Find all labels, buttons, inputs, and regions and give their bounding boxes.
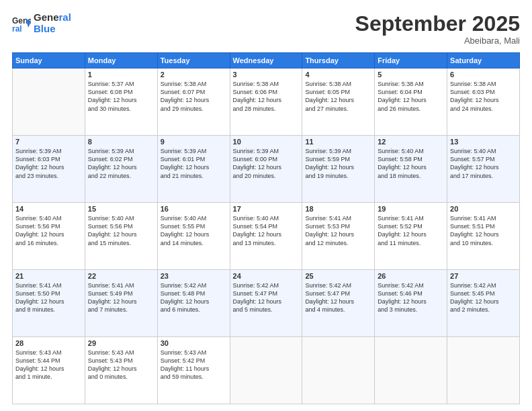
day-number: 10: [233, 138, 300, 146]
calendar-cell: 26Sunrise: 5:42 AM Sunset: 5:46 PM Dayli…: [375, 270, 447, 337]
day-info: Sunrise: 5:38 AM Sunset: 6:04 PM Dayligh…: [378, 80, 444, 113]
day-info: Sunrise: 5:40 AM Sunset: 5:57 PM Dayligh…: [450, 147, 517, 180]
day-info: Sunrise: 5:40 AM Sunset: 5:58 PM Dayligh…: [378, 147, 444, 180]
calendar-cell: 12Sunrise: 5:40 AM Sunset: 5:58 PM Dayli…: [375, 136, 447, 203]
day-number: 16: [161, 205, 227, 213]
day-info: Sunrise: 5:42 AM Sunset: 5:47 PM Dayligh…: [305, 281, 371, 314]
calendar-cell: [375, 337, 447, 404]
day-number: 7: [15, 138, 82, 146]
day-number: 23: [161, 272, 227, 280]
calendar-cell: 9Sunrise: 5:39 AM Sunset: 6:01 PM Daylig…: [157, 136, 230, 203]
day-number: 1: [88, 71, 154, 79]
day-info: Sunrise: 5:42 AM Sunset: 5:48 PM Dayligh…: [161, 281, 227, 314]
day-info: Sunrise: 5:43 AM Sunset: 5:43 PM Dayligh…: [88, 349, 154, 381]
day-info: Sunrise: 5:41 AM Sunset: 5:51 PM Dayligh…: [450, 214, 517, 247]
calendar-cell: 15Sunrise: 5:40 AM Sunset: 5:56 PM Dayli…: [85, 203, 157, 270]
calendar-cell: 28Sunrise: 5:43 AM Sunset: 5:44 PM Dayli…: [13, 337, 85, 404]
logo-text: General Blue: [34, 12, 71, 34]
calendar-table: SundayMondayTuesdayWednesdayThursdayFrid…: [12, 52, 520, 404]
calendar-cell: [302, 337, 375, 404]
day-number: 28: [15, 339, 82, 347]
day-info: Sunrise: 5:38 AM Sunset: 6:05 PM Dayligh…: [305, 80, 371, 113]
day-info: Sunrise: 5:38 AM Sunset: 6:07 PM Dayligh…: [161, 80, 227, 113]
day-info: Sunrise: 5:40 AM Sunset: 5:54 PM Dayligh…: [233, 214, 300, 247]
page: Gene ral General Blue September 2025 Abe…: [0, 0, 532, 411]
calendar-cell: 13Sunrise: 5:40 AM Sunset: 5:57 PM Dayli…: [447, 136, 520, 203]
day-info: Sunrise: 5:39 AM Sunset: 6:02 PM Dayligh…: [88, 147, 154, 180]
calendar-cell: 20Sunrise: 5:41 AM Sunset: 5:51 PM Dayli…: [447, 203, 520, 270]
calendar-cell: 24Sunrise: 5:42 AM Sunset: 5:47 PM Dayli…: [230, 270, 302, 337]
svg-text:ral: ral: [12, 24, 22, 33]
day-number: 27: [450, 272, 517, 280]
calendar-cell: 7Sunrise: 5:39 AM Sunset: 6:03 PM Daylig…: [13, 136, 85, 203]
day-number: 19: [378, 205, 444, 213]
calendar-cell: 3Sunrise: 5:38 AM Sunset: 6:06 PM Daylig…: [230, 68, 302, 136]
title-block: September 2025 Abeibara, Mali: [355, 12, 520, 46]
weekday-header: Sunday: [13, 53, 85, 68]
day-info: Sunrise: 5:43 AM Sunset: 5:42 PM Dayligh…: [161, 349, 227, 381]
calendar-cell: 22Sunrise: 5:41 AM Sunset: 5:49 PM Dayli…: [85, 270, 157, 337]
day-number: 14: [15, 205, 82, 213]
day-number: 21: [15, 272, 82, 280]
day-number: 30: [161, 339, 227, 347]
day-number: 3: [233, 71, 300, 79]
calendar-cell: [13, 68, 85, 136]
calendar-cell: 1Sunrise: 5:37 AM Sunset: 6:08 PM Daylig…: [85, 68, 157, 136]
calendar-cell: 19Sunrise: 5:41 AM Sunset: 5:52 PM Dayli…: [375, 203, 447, 270]
day-number: 20: [450, 205, 517, 213]
day-number: 26: [378, 272, 444, 280]
location-subtitle: Abeibara, Mali: [355, 36, 520, 46]
day-info: Sunrise: 5:41 AM Sunset: 5:53 PM Dayligh…: [305, 214, 371, 247]
calendar-cell: 4Sunrise: 5:38 AM Sunset: 6:05 PM Daylig…: [302, 68, 375, 136]
day-number: 6: [450, 71, 517, 79]
day-info: Sunrise: 5:39 AM Sunset: 5:59 PM Dayligh…: [305, 147, 371, 180]
day-info: Sunrise: 5:42 AM Sunset: 5:47 PM Dayligh…: [233, 281, 300, 314]
calendar-cell: 23Sunrise: 5:42 AM Sunset: 5:48 PM Dayli…: [157, 270, 230, 337]
day-number: 13: [450, 138, 517, 146]
logo-icon: Gene ral: [12, 14, 31, 33]
calendar-cell: [447, 337, 520, 404]
weekday-header: Tuesday: [157, 53, 230, 68]
day-number: 22: [88, 272, 154, 280]
weekday-header: Thursday: [302, 53, 375, 68]
header: Gene ral General Blue September 2025 Abe…: [12, 12, 520, 46]
calendar-cell: 18Sunrise: 5:41 AM Sunset: 5:53 PM Dayli…: [302, 203, 375, 270]
day-info: Sunrise: 5:39 AM Sunset: 6:03 PM Dayligh…: [15, 147, 82, 180]
calendar-cell: 2Sunrise: 5:38 AM Sunset: 6:07 PM Daylig…: [157, 68, 230, 136]
day-number: 18: [305, 205, 371, 213]
day-number: 11: [305, 138, 371, 146]
month-title: September 2025: [355, 12, 520, 36]
day-number: 5: [378, 71, 444, 79]
calendar-cell: 21Sunrise: 5:41 AM Sunset: 5:50 PM Dayli…: [13, 270, 85, 337]
day-info: Sunrise: 5:42 AM Sunset: 5:45 PM Dayligh…: [450, 281, 517, 314]
weekday-header: Friday: [375, 53, 447, 68]
day-info: Sunrise: 5:40 AM Sunset: 5:55 PM Dayligh…: [161, 214, 227, 247]
day-info: Sunrise: 5:37 AM Sunset: 6:08 PM Dayligh…: [88, 80, 154, 113]
calendar-cell: 11Sunrise: 5:39 AM Sunset: 5:59 PM Dayli…: [302, 136, 375, 203]
calendar-cell: 14Sunrise: 5:40 AM Sunset: 5:56 PM Dayli…: [13, 203, 85, 270]
calendar-cell: 29Sunrise: 5:43 AM Sunset: 5:43 PM Dayli…: [85, 337, 157, 404]
calendar-cell: 5Sunrise: 5:38 AM Sunset: 6:04 PM Daylig…: [375, 68, 447, 136]
calendar-cell: 10Sunrise: 5:39 AM Sunset: 6:00 PM Dayli…: [230, 136, 302, 203]
calendar-cell: 8Sunrise: 5:39 AM Sunset: 6:02 PM Daylig…: [85, 136, 157, 203]
calendar-cell: 6Sunrise: 5:38 AM Sunset: 6:03 PM Daylig…: [447, 68, 520, 136]
day-number: 8: [88, 138, 154, 146]
calendar-cell: 16Sunrise: 5:40 AM Sunset: 5:55 PM Dayli…: [157, 203, 230, 270]
day-info: Sunrise: 5:40 AM Sunset: 5:56 PM Dayligh…: [88, 214, 154, 247]
day-info: Sunrise: 5:38 AM Sunset: 6:03 PM Dayligh…: [450, 80, 517, 113]
day-info: Sunrise: 5:38 AM Sunset: 6:06 PM Dayligh…: [233, 80, 300, 113]
weekday-header: Monday: [85, 53, 157, 68]
day-number: 29: [88, 339, 154, 347]
day-number: 15: [88, 205, 154, 213]
day-info: Sunrise: 5:41 AM Sunset: 5:52 PM Dayligh…: [378, 214, 444, 247]
calendar-cell: 25Sunrise: 5:42 AM Sunset: 5:47 PM Dayli…: [302, 270, 375, 337]
day-info: Sunrise: 5:43 AM Sunset: 5:44 PM Dayligh…: [15, 349, 82, 381]
day-number: 24: [233, 272, 300, 280]
day-number: 17: [233, 205, 300, 213]
weekday-header: Saturday: [447, 53, 520, 68]
day-number: 4: [305, 71, 371, 79]
day-info: Sunrise: 5:39 AM Sunset: 6:00 PM Dayligh…: [233, 147, 300, 180]
day-number: 25: [305, 272, 371, 280]
day-number: 2: [161, 71, 227, 79]
day-info: Sunrise: 5:40 AM Sunset: 5:56 PM Dayligh…: [15, 214, 82, 247]
